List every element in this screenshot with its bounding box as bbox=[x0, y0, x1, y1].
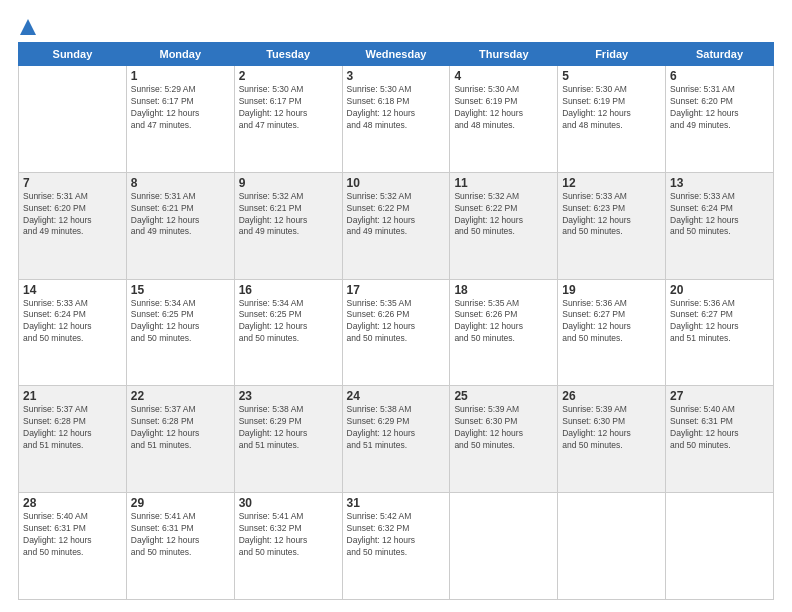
day-number: 19 bbox=[562, 283, 661, 297]
calendar-cell: 3Sunrise: 5:30 AM Sunset: 6:18 PM Daylig… bbox=[342, 66, 450, 173]
day-number: 23 bbox=[239, 389, 338, 403]
day-info: Sunrise: 5:31 AM Sunset: 6:20 PM Dayligh… bbox=[670, 84, 769, 132]
calendar-cell: 8Sunrise: 5:31 AM Sunset: 6:21 PM Daylig… bbox=[126, 172, 234, 279]
weekday-wednesday: Wednesday bbox=[342, 43, 450, 66]
day-info: Sunrise: 5:40 AM Sunset: 6:31 PM Dayligh… bbox=[670, 404, 769, 452]
day-number: 27 bbox=[670, 389, 769, 403]
calendar-cell: 31Sunrise: 5:42 AM Sunset: 6:32 PM Dayli… bbox=[342, 493, 450, 600]
day-info: Sunrise: 5:30 AM Sunset: 6:19 PM Dayligh… bbox=[562, 84, 661, 132]
calendar-cell bbox=[450, 493, 558, 600]
day-number: 18 bbox=[454, 283, 553, 297]
day-number: 11 bbox=[454, 176, 553, 190]
day-number: 10 bbox=[347, 176, 446, 190]
calendar-cell: 26Sunrise: 5:39 AM Sunset: 6:30 PM Dayli… bbox=[558, 386, 666, 493]
calendar-cell bbox=[666, 493, 774, 600]
calendar-cell: 18Sunrise: 5:35 AM Sunset: 6:26 PM Dayli… bbox=[450, 279, 558, 386]
day-number: 7 bbox=[23, 176, 122, 190]
day-info: Sunrise: 5:36 AM Sunset: 6:27 PM Dayligh… bbox=[562, 298, 661, 346]
day-info: Sunrise: 5:36 AM Sunset: 6:27 PM Dayligh… bbox=[670, 298, 769, 346]
day-number: 28 bbox=[23, 496, 122, 510]
day-info: Sunrise: 5:33 AM Sunset: 6:24 PM Dayligh… bbox=[23, 298, 122, 346]
week-row-4: 21Sunrise: 5:37 AM Sunset: 6:28 PM Dayli… bbox=[19, 386, 774, 493]
day-info: Sunrise: 5:30 AM Sunset: 6:17 PM Dayligh… bbox=[239, 84, 338, 132]
calendar-cell: 15Sunrise: 5:34 AM Sunset: 6:25 PM Dayli… bbox=[126, 279, 234, 386]
day-info: Sunrise: 5:39 AM Sunset: 6:30 PM Dayligh… bbox=[562, 404, 661, 452]
calendar-cell: 25Sunrise: 5:39 AM Sunset: 6:30 PM Dayli… bbox=[450, 386, 558, 493]
calendar-cell: 4Sunrise: 5:30 AM Sunset: 6:19 PM Daylig… bbox=[450, 66, 558, 173]
day-number: 29 bbox=[131, 496, 230, 510]
day-number: 17 bbox=[347, 283, 446, 297]
day-info: Sunrise: 5:35 AM Sunset: 6:26 PM Dayligh… bbox=[454, 298, 553, 346]
day-info: Sunrise: 5:37 AM Sunset: 6:28 PM Dayligh… bbox=[131, 404, 230, 452]
calendar-cell: 17Sunrise: 5:35 AM Sunset: 6:26 PM Dayli… bbox=[342, 279, 450, 386]
weekday-header-row: SundayMondayTuesdayWednesdayThursdayFrid… bbox=[19, 43, 774, 66]
calendar-cell bbox=[19, 66, 127, 173]
weekday-thursday: Thursday bbox=[450, 43, 558, 66]
day-number: 30 bbox=[239, 496, 338, 510]
header bbox=[18, 18, 774, 34]
week-row-5: 28Sunrise: 5:40 AM Sunset: 6:31 PM Dayli… bbox=[19, 493, 774, 600]
day-info: Sunrise: 5:35 AM Sunset: 6:26 PM Dayligh… bbox=[347, 298, 446, 346]
week-row-3: 14Sunrise: 5:33 AM Sunset: 6:24 PM Dayli… bbox=[19, 279, 774, 386]
logo bbox=[18, 18, 37, 34]
calendar-cell: 24Sunrise: 5:38 AM Sunset: 6:29 PM Dayli… bbox=[342, 386, 450, 493]
day-info: Sunrise: 5:38 AM Sunset: 6:29 PM Dayligh… bbox=[239, 404, 338, 452]
calendar-cell: 14Sunrise: 5:33 AM Sunset: 6:24 PM Dayli… bbox=[19, 279, 127, 386]
calendar-cell: 16Sunrise: 5:34 AM Sunset: 6:25 PM Dayli… bbox=[234, 279, 342, 386]
day-number: 6 bbox=[670, 69, 769, 83]
calendar-cell bbox=[558, 493, 666, 600]
day-number: 24 bbox=[347, 389, 446, 403]
calendar-cell: 30Sunrise: 5:41 AM Sunset: 6:32 PM Dayli… bbox=[234, 493, 342, 600]
day-number: 25 bbox=[454, 389, 553, 403]
day-number: 8 bbox=[131, 176, 230, 190]
calendar-cell: 13Sunrise: 5:33 AM Sunset: 6:24 PM Dayli… bbox=[666, 172, 774, 279]
weekday-monday: Monday bbox=[126, 43, 234, 66]
day-number: 13 bbox=[670, 176, 769, 190]
day-info: Sunrise: 5:30 AM Sunset: 6:19 PM Dayligh… bbox=[454, 84, 553, 132]
day-info: Sunrise: 5:32 AM Sunset: 6:21 PM Dayligh… bbox=[239, 191, 338, 239]
calendar-cell: 2Sunrise: 5:30 AM Sunset: 6:17 PM Daylig… bbox=[234, 66, 342, 173]
day-number: 4 bbox=[454, 69, 553, 83]
calendar-cell: 1Sunrise: 5:29 AM Sunset: 6:17 PM Daylig… bbox=[126, 66, 234, 173]
day-info: Sunrise: 5:38 AM Sunset: 6:29 PM Dayligh… bbox=[347, 404, 446, 452]
calendar-cell: 29Sunrise: 5:41 AM Sunset: 6:31 PM Dayli… bbox=[126, 493, 234, 600]
calendar-table: SundayMondayTuesdayWednesdayThursdayFrid… bbox=[18, 42, 774, 600]
day-info: Sunrise: 5:42 AM Sunset: 6:32 PM Dayligh… bbox=[347, 511, 446, 559]
weekday-tuesday: Tuesday bbox=[234, 43, 342, 66]
day-number: 15 bbox=[131, 283, 230, 297]
calendar-cell: 12Sunrise: 5:33 AM Sunset: 6:23 PM Dayli… bbox=[558, 172, 666, 279]
day-number: 1 bbox=[131, 69, 230, 83]
weekday-friday: Friday bbox=[558, 43, 666, 66]
week-row-2: 7Sunrise: 5:31 AM Sunset: 6:20 PM Daylig… bbox=[19, 172, 774, 279]
day-info: Sunrise: 5:30 AM Sunset: 6:18 PM Dayligh… bbox=[347, 84, 446, 132]
day-number: 16 bbox=[239, 283, 338, 297]
day-info: Sunrise: 5:39 AM Sunset: 6:30 PM Dayligh… bbox=[454, 404, 553, 452]
weekday-saturday: Saturday bbox=[666, 43, 774, 66]
calendar-cell: 7Sunrise: 5:31 AM Sunset: 6:20 PM Daylig… bbox=[19, 172, 127, 279]
day-number: 22 bbox=[131, 389, 230, 403]
day-number: 26 bbox=[562, 389, 661, 403]
day-number: 2 bbox=[239, 69, 338, 83]
calendar-cell: 27Sunrise: 5:40 AM Sunset: 6:31 PM Dayli… bbox=[666, 386, 774, 493]
day-number: 5 bbox=[562, 69, 661, 83]
day-number: 12 bbox=[562, 176, 661, 190]
calendar-cell: 9Sunrise: 5:32 AM Sunset: 6:21 PM Daylig… bbox=[234, 172, 342, 279]
page: SundayMondayTuesdayWednesdayThursdayFrid… bbox=[0, 0, 792, 612]
calendar-cell: 6Sunrise: 5:31 AM Sunset: 6:20 PM Daylig… bbox=[666, 66, 774, 173]
day-info: Sunrise: 5:33 AM Sunset: 6:23 PM Dayligh… bbox=[562, 191, 661, 239]
day-info: Sunrise: 5:37 AM Sunset: 6:28 PM Dayligh… bbox=[23, 404, 122, 452]
day-info: Sunrise: 5:41 AM Sunset: 6:31 PM Dayligh… bbox=[131, 511, 230, 559]
calendar-cell: 19Sunrise: 5:36 AM Sunset: 6:27 PM Dayli… bbox=[558, 279, 666, 386]
day-info: Sunrise: 5:41 AM Sunset: 6:32 PM Dayligh… bbox=[239, 511, 338, 559]
calendar-cell: 21Sunrise: 5:37 AM Sunset: 6:28 PM Dayli… bbox=[19, 386, 127, 493]
day-info: Sunrise: 5:34 AM Sunset: 6:25 PM Dayligh… bbox=[239, 298, 338, 346]
day-info: Sunrise: 5:33 AM Sunset: 6:24 PM Dayligh… bbox=[670, 191, 769, 239]
calendar-cell: 10Sunrise: 5:32 AM Sunset: 6:22 PM Dayli… bbox=[342, 172, 450, 279]
day-number: 31 bbox=[347, 496, 446, 510]
day-info: Sunrise: 5:29 AM Sunset: 6:17 PM Dayligh… bbox=[131, 84, 230, 132]
logo-icon bbox=[19, 18, 37, 36]
day-info: Sunrise: 5:31 AM Sunset: 6:20 PM Dayligh… bbox=[23, 191, 122, 239]
week-row-1: 1Sunrise: 5:29 AM Sunset: 6:17 PM Daylig… bbox=[19, 66, 774, 173]
day-number: 21 bbox=[23, 389, 122, 403]
day-number: 9 bbox=[239, 176, 338, 190]
